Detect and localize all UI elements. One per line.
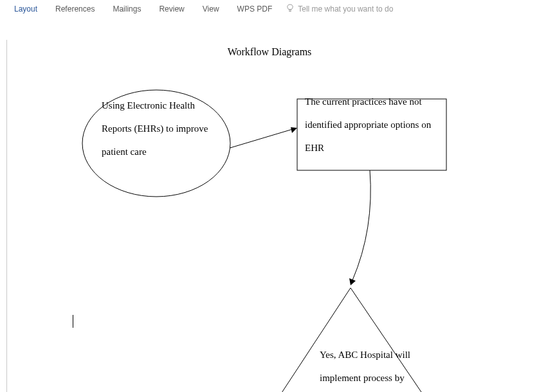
arrowhead-2 (349, 278, 356, 285)
workflow-diagram (0, 36, 539, 392)
tab-view[interactable]: View (194, 2, 228, 16)
tab-layout[interactable]: Layout (5, 2, 46, 16)
arrow-rect-to-diamond (352, 170, 370, 280)
text-cursor (73, 315, 73, 328)
tell-me-search[interactable]: Tell me what you want to do (281, 1, 398, 17)
tab-wps-pdf[interactable]: WPS PDF (228, 2, 282, 16)
diamond-text[interactable]: Yes, ABC Hospital will implement process… (320, 343, 423, 392)
lightbulb-icon (286, 4, 294, 15)
tab-references[interactable]: References (46, 2, 104, 16)
ribbon-tabs: Layout References Mailings Review View W… (0, 0, 539, 18)
arrow-ellipse-to-rect (230, 129, 293, 148)
ellipse-text[interactable]: Using Electronic Health Reports (EHRs) t… (102, 94, 217, 163)
rectangle-text[interactable]: The current practices have not identifie… (305, 90, 440, 159)
tab-mailings[interactable]: Mailings (104, 2, 150, 16)
tab-review[interactable]: Review (150, 2, 193, 16)
arrowhead-1 (291, 127, 297, 133)
tell-me-placeholder: Tell me what you want to do (298, 4, 393, 13)
document-canvas[interactable]: Workflow Diagrams Using Electronic Healt… (0, 18, 539, 392)
